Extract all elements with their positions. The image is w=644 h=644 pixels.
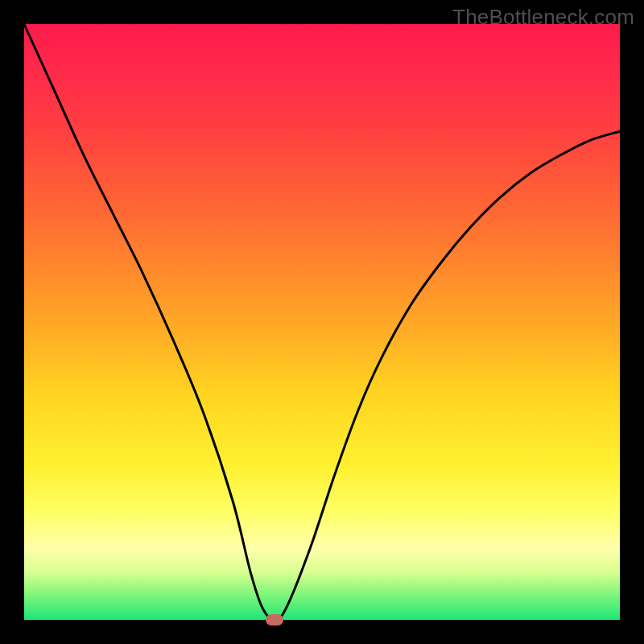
chart-frame: TheBottleneck.com bbox=[0, 0, 644, 644]
bottleneck-curve bbox=[24, 24, 620, 620]
plot-area bbox=[24, 24, 620, 620]
optimum-marker bbox=[266, 614, 283, 625]
